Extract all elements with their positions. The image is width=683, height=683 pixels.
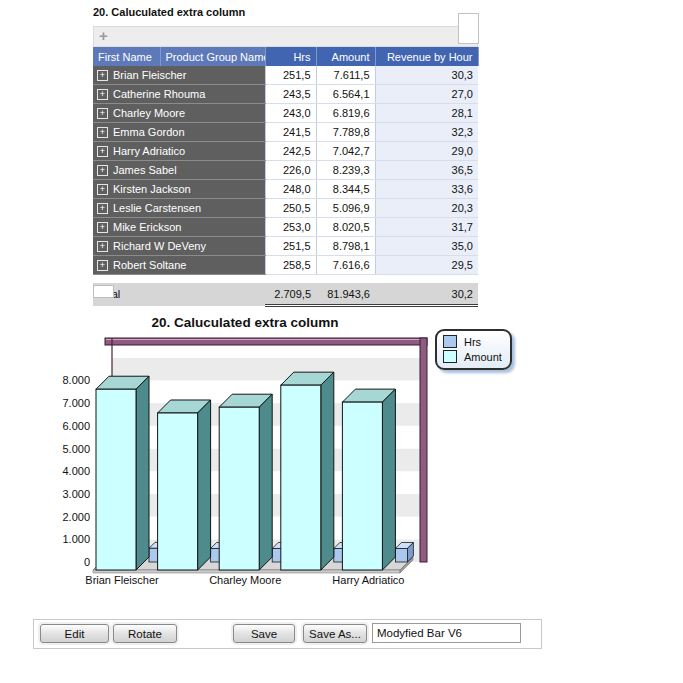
table-row: +Mike Erickson253,08.020,531,7 (93, 218, 478, 237)
y-axis-label: 1.000 (62, 533, 90, 545)
row-revenue-cell: 29,5 (375, 256, 478, 275)
table-row: +Catherine Rhouma243,56.564,127,0 (93, 85, 478, 104)
page-number-box[interactable] (93, 285, 114, 298)
col-header-product-group[interactable]: Product Group Name (160, 47, 265, 66)
expand-row-icon[interactable]: + (97, 89, 108, 100)
chart-title: 20. Caluculated extra column (152, 315, 339, 330)
wall-stripe (112, 358, 420, 381)
row-amount-cell: 8.239,3 (316, 161, 375, 180)
table-row: +Richard W DeVeny251,58.798,135,0 (93, 237, 478, 256)
results-table: First Name Product Group Name Hrs Amount… (93, 47, 479, 307)
chart-name-input[interactable] (372, 623, 521, 643)
amount-bar (158, 413, 198, 570)
row-revenue-cell: 29,0 (375, 142, 478, 161)
expand-row-icon[interactable]: + (97, 127, 108, 138)
row-hrs-cell: 258,5 (265, 256, 316, 275)
row-amount-cell: 8.798,1 (316, 237, 375, 256)
y-axis-label: 7.000 (62, 397, 90, 409)
row-amount-cell: 7.616,6 (316, 256, 375, 275)
col-header-revenue-by-hour[interactable]: Revenue by Hour (375, 47, 478, 66)
row-hrs-cell: 241,5 (265, 123, 316, 142)
amount-bar-side (321, 372, 334, 570)
expand-row-icon[interactable]: + (97, 241, 108, 252)
x-axis-label: Brian Fleischer (85, 574, 159, 586)
row-hrs-cell: 242,5 (265, 142, 316, 161)
row-name-cell: +Leslie Carstensen (93, 199, 265, 218)
amount-bar (96, 389, 136, 570)
table-row: +Harry Adriatico242,57.042,729,0 (93, 142, 478, 161)
x-axis-label: Harry Adriatico (332, 574, 404, 586)
legend-label-hrs: Hrs (464, 336, 481, 348)
row-name-cell: +Harry Adriatico (93, 142, 265, 161)
rotate-button[interactable]: Rotate (113, 624, 177, 643)
row-revenue-cell: 33,6 (375, 180, 478, 199)
expand-row-icon[interactable]: + (97, 70, 108, 81)
row-name-cell: +Charley Moore (93, 104, 265, 123)
col-header-hrs[interactable]: Hrs (265, 47, 316, 66)
expand-row-icon[interactable]: + (97, 222, 108, 233)
row-amount-cell: 8.020,5 (316, 218, 375, 237)
expand-row-icon[interactable]: + (97, 146, 108, 157)
spacer-row (93, 275, 478, 284)
amount-bar (281, 385, 321, 570)
table-toolbar: + (93, 26, 478, 47)
y-axis-label: 6.000 (62, 420, 90, 432)
row-amount-cell: 7.611,5 (316, 66, 375, 85)
hrs-bar (395, 548, 407, 562)
bottom-toolbar: Edit Rotate Save Save As... (33, 619, 542, 649)
y-axis-label: 5.000 (62, 443, 90, 455)
row-hrs-cell: 253,0 (265, 218, 316, 237)
amount-bar-side (259, 394, 272, 570)
legend-item-amount: Amount (443, 349, 502, 364)
hrs-swatch-icon (443, 335, 457, 348)
row-revenue-cell: 30,3 (375, 66, 478, 85)
row-amount-cell: 6.564,1 (316, 85, 375, 104)
table-row: +Kirsten Jackson248,08.344,533,6 (93, 180, 478, 199)
y-axis-label: 2.000 (62, 511, 90, 523)
y-axis-label: 4.000 (62, 465, 90, 477)
expand-row-icon[interactable]: + (97, 260, 108, 271)
row-name-cell: +Richard W DeVeny (93, 237, 265, 256)
amount-bar-side (198, 400, 211, 570)
y-axis-label: 3.000 (62, 488, 90, 500)
row-revenue-cell: 31,7 (375, 218, 478, 237)
table-row: +Emma Gordon241,57.789,832,3 (93, 123, 478, 142)
row-name-cell: +Emma Gordon (93, 123, 265, 142)
legend-item-hrs: Hrs (443, 334, 502, 349)
expand-row-icon[interactable]: + (97, 203, 108, 214)
y-axis-label: 0 (84, 556, 90, 568)
amount-swatch-icon (443, 350, 457, 363)
save-button[interactable]: Save (233, 624, 295, 643)
row-hrs-cell: 251,5 (265, 66, 316, 85)
col-header-amount[interactable]: Amount (316, 47, 375, 66)
save-as-button[interactable]: Save As... (303, 624, 367, 643)
row-revenue-cell: 28,1 (375, 104, 478, 123)
expand-row-icon[interactable]: + (97, 108, 108, 119)
row-hrs-cell: 226,0 (265, 161, 316, 180)
wall-right-edge (420, 338, 427, 562)
row-name-cell: +Robert Soltane (93, 256, 265, 275)
col-header-first-name[interactable]: First Name (93, 47, 160, 66)
row-revenue-cell: 32,3 (375, 123, 478, 142)
amount-bar (342, 402, 382, 570)
chart-legend: Hrs Amount (435, 329, 512, 370)
expand-row-icon[interactable]: + (97, 165, 108, 176)
table-corner-box[interactable] (458, 13, 479, 44)
report-designer-page: 20. Caluculated extra column + First Nam… (0, 0, 683, 683)
table-row: +Brian Fleischer251,57.611,530,3 (93, 66, 478, 85)
row-hrs-cell: 243,5 (265, 85, 316, 104)
edit-button[interactable]: Edit (40, 624, 109, 643)
row-name-cell: +Kirsten Jackson (93, 180, 265, 199)
table-row: +James Sabel226,08.239,336,5 (93, 161, 478, 180)
row-revenue-cell: 20,3 (375, 199, 478, 218)
table-header-row: First Name Product Group Name Hrs Amount… (93, 47, 478, 66)
row-amount-cell: 8.344,5 (316, 180, 375, 199)
add-column-button[interactable]: + (99, 27, 108, 45)
amount-bar-side (136, 376, 149, 570)
row-amount-cell: 6.819,6 (316, 104, 375, 123)
expand-row-icon[interactable]: + (97, 184, 108, 195)
amount-bar-side (382, 389, 395, 570)
row-revenue-cell: 27,0 (375, 85, 478, 104)
row-name-cell: +James Sabel (93, 161, 265, 180)
wall-stripe (112, 345, 420, 358)
